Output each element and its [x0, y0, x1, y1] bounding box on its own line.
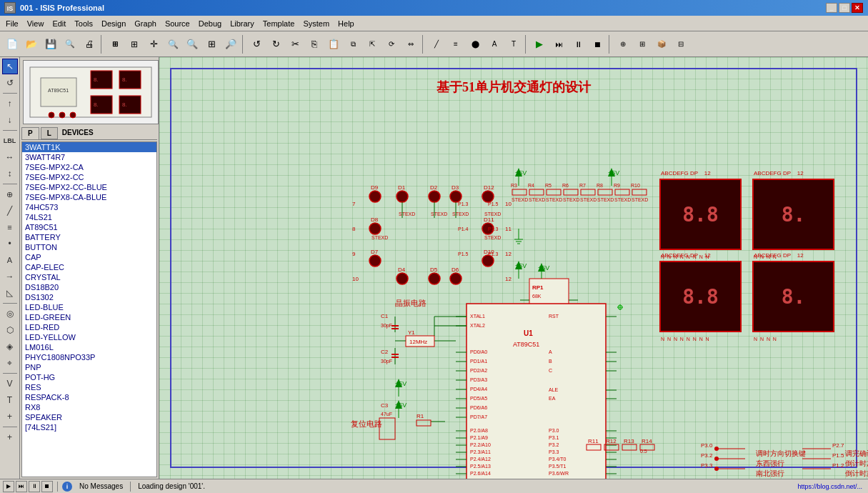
comp-crystal[interactable]: CRYSTAL [22, 272, 156, 282]
comp-phyc1808[interactable]: PHYC1808NPO33P [22, 352, 156, 362]
menu-file[interactable]: File [1, 18, 23, 29]
comp-7seg-mpx2-cc-blue[interactable]: 7SEG-MPX2-CC-BLUE [22, 182, 156, 192]
comp-led-red[interactable]: LED-RED [22, 322, 156, 332]
wire-button[interactable]: ╱ [427, 35, 446, 54]
tab-l[interactable]: L [41, 127, 58, 139]
copy-button[interactable]: ⎘ [305, 35, 324, 54]
zoom-in-button[interactable]: 🔍 [164, 35, 182, 54]
new-button[interactable]: 📄 [3, 35, 21, 54]
text-tool[interactable]: A [2, 252, 18, 268]
junction-tool[interactable]: • [2, 236, 18, 252]
up-tool[interactable]: ↑ [2, 96, 18, 111]
pause-button[interactable]: ⏸ [569, 35, 587, 54]
stop-button[interactable]: ⏹ [588, 35, 607, 54]
tab-p[interactable]: P [21, 127, 39, 139]
pin-tool[interactable]: ◺ [2, 285, 18, 301]
label-button[interactable]: A [485, 35, 504, 54]
step-status-btn[interactable]: ⏭ [16, 481, 27, 492]
probe-tool[interactable]: ◈ [2, 339, 18, 354]
open-button[interactable]: 📂 [22, 35, 41, 54]
comp-pot-hg[interactable]: POT-HG [22, 372, 156, 382]
comp-led-green[interactable]: LED-GREEN [22, 312, 156, 322]
menu-design[interactable]: Design [97, 18, 130, 29]
canvas-area[interactable]: 基于51单片机交通灯的设计 +5V +5V +5V +5V [159, 57, 868, 479]
comp-lm016l[interactable]: LM016L [22, 342, 156, 352]
cut-button[interactable]: ✂ [286, 35, 304, 54]
component-list[interactable]: 3WATT1K 3WATT4R7 7SEG-MPX2-CA 7SEG-MPX2-… [21, 141, 157, 477]
graph-tool[interactable]: ◎ [2, 306, 18, 322]
comp-3watt4r7[interactable]: 3WATT4R7 [22, 152, 156, 162]
menu-debug[interactable]: Debug [194, 18, 226, 29]
pick-button[interactable]: ⊕ [614, 35, 632, 54]
comp-7seg-mpx2-ca[interactable]: 7SEG-MPX2-CA [22, 162, 156, 172]
pkg-button[interactable]: 📦 [652, 35, 671, 54]
comp-ds1302[interactable]: DS1302 [22, 292, 156, 302]
comp-respack-8[interactable]: RESPACK-8 [22, 392, 156, 402]
menu-help[interactable]: Help [334, 18, 359, 29]
comp-3watt1k[interactable]: 3WATT1K [22, 142, 156, 152]
undo-tool[interactable]: ↺ [2, 75, 18, 91]
print-preview-button[interactable]: 🔍 [61, 35, 79, 54]
comp-battery[interactable]: BATTERY [22, 232, 156, 242]
menu-edit[interactable]: Edit [48, 18, 70, 29]
comp-ds18b20[interactable]: DS18B20 [22, 282, 156, 292]
zoom-out-button[interactable]: 🔍 [183, 35, 201, 54]
draw-tool[interactable]: T [2, 392, 18, 408]
zoom-area-button[interactable]: ⊞ [202, 35, 221, 54]
menu-view[interactable]: View [23, 18, 49, 29]
junction-button[interactable]: ⬤ [466, 35, 484, 54]
make-device-button[interactable]: ⊞ [633, 35, 652, 54]
comp-7seg-mpx8-ca-blue[interactable]: 7SEG-MPX8-CA-BLUE [22, 192, 156, 202]
overview-button[interactable]: ⊞ [106, 35, 124, 54]
close-btn[interactable]: ✕ [852, 3, 863, 13]
grid-button[interactable]: ⊞ [125, 35, 144, 54]
pause-status-btn[interactable]: ⏸ [29, 481, 40, 492]
paste-button[interactable]: 📋 [324, 35, 343, 54]
block-rotate-button[interactable]: ⟳ [382, 35, 401, 54]
play-status-btn[interactable]: ▶ [3, 481, 14, 492]
comp-led-blue[interactable]: LED-BLUE [22, 302, 156, 312]
wire-tool[interactable]: ╱ [2, 203, 18, 219]
stop-status-btn[interactable]: ⏹ [41, 481, 53, 492]
cursor-button[interactable]: ✛ [144, 35, 163, 54]
menu-template[interactable]: Template [259, 18, 299, 29]
comp-led-yellow[interactable]: LED-YELLOW [22, 332, 156, 342]
pointer-tool[interactable]: ↖ [2, 59, 18, 74]
comp-button[interactable]: BUTTON [22, 242, 156, 252]
play-button[interactable]: ▶ [530, 35, 549, 54]
ud-tool[interactable]: ↕ [2, 166, 18, 181]
save-button[interactable]: 💾 [41, 35, 60, 54]
menu-tools[interactable]: Tools [70, 18, 97, 29]
instrument-tool[interactable]: ⬡ [2, 322, 18, 338]
step-button[interactable]: ⏭ [549, 35, 568, 54]
down-tool[interactable]: ↓ [2, 112, 18, 128]
menu-source[interactable]: Source [161, 18, 194, 29]
decompose-button[interactable]: ⊟ [672, 35, 690, 54]
more-tool[interactable]: + [2, 429, 18, 445]
tape-tool[interactable]: ⌖ [2, 355, 18, 371]
label-tool[interactable]: LBL [2, 133, 18, 149]
terminal-tool[interactable]: → [2, 269, 18, 284]
comp-res[interactable]: RES [22, 382, 156, 392]
block-mirror-button[interactable]: ⇔ [401, 35, 420, 54]
redo-button[interactable]: ↻ [266, 35, 285, 54]
lr-tool[interactable]: ↔ [2, 149, 18, 165]
comp-74hc573[interactable]: 74HC573 [22, 202, 156, 212]
block-copy-button[interactable]: ⧉ [344, 35, 362, 54]
print-button[interactable]: 🖨 [80, 35, 99, 54]
maximize-btn[interactable]: □ [839, 3, 850, 13]
comp-74ls21[interactable]: 74LS21 [22, 212, 156, 222]
comp-cap[interactable]: CAP [22, 252, 156, 262]
menu-library[interactable]: Library [226, 18, 259, 29]
bus-button[interactable]: ≡ [447, 35, 465, 54]
comp-74ls21-bracket[interactable]: [74LS21] [22, 422, 156, 432]
comp-pnp[interactable]: PNP [22, 362, 156, 372]
zoom-full-button[interactable]: 🔎 [221, 35, 240, 54]
text-button[interactable]: T [504, 35, 523, 54]
comp-7seg-mpx2-cc[interactable]: 7SEG-MPX2-CC [22, 172, 156, 182]
block-move-button[interactable]: ⇱ [363, 35, 381, 54]
undo-button[interactable]: ↺ [247, 35, 266, 54]
comp-speaker[interactable]: SPEAKER [22, 412, 156, 422]
comp-rx8[interactable]: RX8 [22, 402, 156, 412]
bus-tool[interactable]: ≡ [2, 219, 18, 235]
